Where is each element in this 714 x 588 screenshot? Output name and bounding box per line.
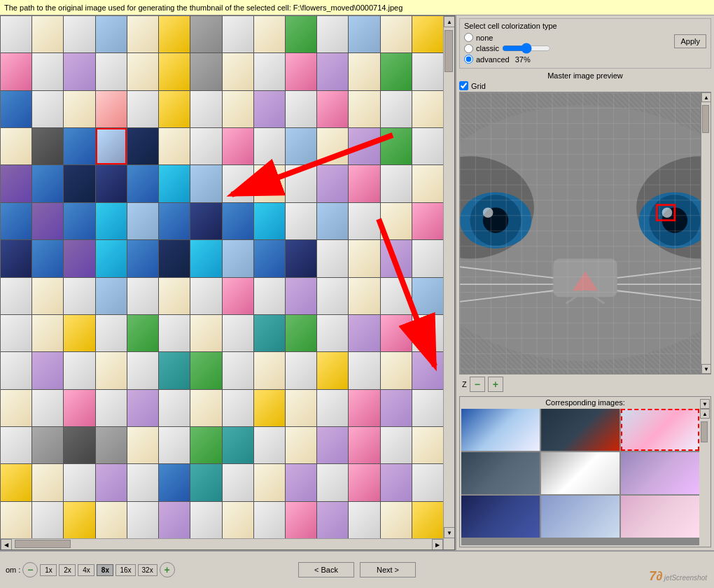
corr-cell[interactable] [461, 409, 540, 451]
mosaic-cell[interactable] [96, 427, 127, 463]
mosaic-cell[interactable] [159, 240, 190, 276]
mosaic-cell[interactable] [254, 16, 285, 52]
mosaic-cell[interactable] [1, 502, 31, 538]
mosaic-cell[interactable] [32, 464, 63, 500]
mosaic-cell[interactable] [317, 464, 348, 500]
mosaic-cell[interactable] [412, 203, 443, 239]
mosaic-cell[interactable] [127, 203, 158, 239]
mosaic-cell[interactable] [159, 53, 190, 90]
mosaic-cell[interactable] [317, 240, 348, 276]
mosaic-cell[interactable] [412, 315, 443, 351]
mosaic-cell[interactable] [159, 128, 190, 164]
mosaic-cell[interactable] [127, 464, 158, 500]
advanced-label[interactable]: advanced [476, 55, 510, 64]
mosaic-cell[interactable] [223, 240, 253, 276]
mosaic-cell[interactable] [1, 464, 31, 500]
mosaic-cell[interactable] [254, 502, 285, 538]
mosaic-cell[interactable] [381, 390, 412, 426]
mosaic-cell[interactable] [254, 390, 285, 426]
mosaic-cell[interactable] [96, 165, 127, 202]
mosaic-cell[interactable] [349, 203, 379, 239]
grid-checkbox[interactable] [459, 81, 468, 90]
mosaic-cell[interactable] [254, 278, 285, 314]
mosaic-cell[interactable] [254, 203, 285, 239]
mosaic-cell[interactable] [317, 352, 348, 388]
preview-scroll-thumb[interactable] [702, 105, 709, 133]
mosaic-cell[interactable] [96, 91, 127, 127]
mosaic-cell[interactable] [32, 427, 63, 463]
mosaic-cell[interactable] [286, 128, 316, 164]
corr-scroll-down[interactable]: ▼ [700, 399, 710, 409]
mosaic-cell[interactable] [349, 427, 379, 463]
preview-scroll-down[interactable]: ▼ [701, 364, 711, 374]
mosaic-cell[interactable] [223, 53, 253, 90]
mosaic-cell[interactable] [254, 427, 285, 463]
mosaic-cell[interactable] [317, 165, 348, 202]
mosaic-cell[interactable] [190, 390, 221, 426]
preview-vscroll[interactable]: ▲ ▼ [701, 92, 710, 374]
next-button[interactable]: Next > [360, 562, 416, 578]
mosaic-cell[interactable] [286, 352, 316, 388]
mosaic-cell[interactable] [159, 352, 190, 388]
mosaic-cell[interactable] [349, 278, 379, 314]
mosaic-cell[interactable] [349, 390, 379, 426]
mosaic-cell[interactable] [64, 165, 94, 202]
mosaic-cell[interactable] [223, 278, 253, 314]
mosaic-cell[interactable] [254, 240, 285, 276]
mosaic-cell[interactable] [159, 16, 190, 52]
mosaic-cell[interactable] [96, 53, 127, 90]
mosaic-cell[interactable] [96, 464, 127, 500]
zoom-32x-button[interactable]: 32x [138, 564, 158, 576]
mosaic-cell[interactable] [127, 427, 158, 463]
mosaic-cell[interactable] [190, 464, 221, 500]
mosaic-cell[interactable] [32, 390, 63, 426]
mosaic-cell[interactable] [381, 240, 412, 276]
mosaic-cell[interactable] [1, 165, 31, 202]
mosaic-cell[interactable] [1, 278, 31, 314]
mosaic-cell[interactable] [32, 502, 63, 538]
corr-cell[interactable] [461, 452, 540, 494]
mosaic-cell[interactable] [254, 315, 285, 351]
mosaic-cell[interactable] [317, 91, 348, 127]
mosaic-cell[interactable] [159, 427, 190, 463]
mosaic-cell[interactable] [64, 240, 94, 276]
mosaic-cell[interactable] [381, 91, 412, 127]
grid-label[interactable]: Grid [471, 82, 486, 90]
mosaic-cell[interactable] [223, 427, 253, 463]
mosaic-cell[interactable] [190, 278, 221, 314]
mosaic-cell[interactable] [254, 464, 285, 500]
mosaic-cell[interactable] [190, 203, 221, 239]
mosaic-cell[interactable] [96, 203, 127, 239]
mosaic-cell[interactable] [412, 240, 443, 276]
mosaic-cell[interactable] [223, 352, 253, 388]
mosaic-cell[interactable] [96, 352, 127, 388]
none-radio[interactable] [464, 33, 473, 42]
mosaic-cell[interactable] [96, 278, 127, 314]
mosaic-cell[interactable] [96, 240, 127, 276]
mosaic-cell[interactable] [127, 53, 158, 90]
mosaic-cell[interactable] [412, 91, 443, 127]
mosaic-cell[interactable] [254, 128, 285, 164]
mosaic-cell[interactable] [317, 16, 348, 52]
mosaic-cell[interactable] [254, 53, 285, 90]
mosaic-cell[interactable] [64, 16, 94, 52]
classic-radio[interactable] [464, 44, 473, 53]
mosaic-cell[interactable] [317, 390, 348, 426]
mosaic-cell[interactable] [317, 427, 348, 463]
mosaic-cell[interactable] [190, 502, 221, 538]
mosaic-cell[interactable] [127, 16, 158, 52]
mosaic-cell[interactable] [286, 240, 316, 276]
mosaic-cell[interactable] [64, 464, 94, 500]
mosaic-cell[interactable] [190, 91, 221, 127]
mosaic-cell[interactable] [96, 502, 127, 538]
mosaic-cell[interactable] [349, 464, 379, 500]
mosaic-cell[interactable] [381, 128, 412, 164]
mosaic-cell-selected[interactable] [96, 128, 127, 164]
mosaic-cell[interactable] [381, 278, 412, 314]
mosaic-cell[interactable] [349, 352, 379, 388]
mosaic-cell[interactable] [96, 315, 127, 351]
mosaic-cell[interactable] [159, 203, 190, 239]
mosaic-cell[interactable] [64, 203, 94, 239]
mosaic-cell[interactable] [223, 16, 253, 52]
mosaic-cell[interactable] [1, 427, 31, 463]
